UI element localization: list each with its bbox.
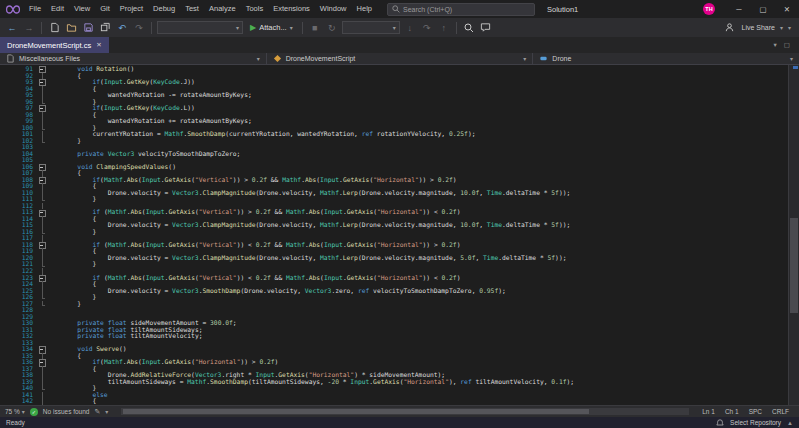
code-text: if (Mathf.Abs(Input.GetAxis("Vertical"))… (47, 242, 460, 249)
navigate-back-icon[interactable]: ← (5, 21, 19, 35)
menu-extensions[interactable]: Extensions (268, 0, 315, 18)
code-text: Drone.velocity = Vector3.ClampMagnitude(… (47, 255, 566, 262)
editor-bottom-bar: 75 % ▾ ✓ No issues found ✎ ▾ Ln 1 Ch 1 S… (0, 405, 799, 417)
code-text: } (47, 261, 96, 268)
comment-icon[interactable] (479, 21, 493, 35)
attach-button[interactable]: ▶ Attach... ▾ (246, 23, 297, 32)
live-share-label[interactable]: Live Share (742, 24, 775, 31)
search-placeholder: Search (Ctrl+Q) (403, 6, 452, 13)
save-icon[interactable] (81, 21, 95, 35)
active-files-icon[interactable]: ▾ (774, 41, 777, 49)
chevron-down-icon[interactable]: ▾ (780, 24, 783, 31)
toolbar-overflow-icon[interactable]: ▾ (788, 24, 791, 31)
chevron-down-icon: ▾ (22, 408, 25, 415)
code-text: Drone.velocity = Vector3.SmoothDamp(Dron… (47, 288, 506, 295)
line-ending-indicator: CRLF (772, 408, 789, 415)
code-text: } (47, 196, 96, 203)
visual-studio-logo (6, 5, 20, 14)
user-avatar[interactable]: TH (703, 3, 715, 15)
chevron-down-icon: ▾ (523, 55, 526, 62)
caret-position-marker (793, 66, 798, 69)
menu-bar: FileEditViewGitProjectDebugTestAnalyzeTo… (24, 0, 377, 18)
navigate-forward-icon[interactable]: → (22, 21, 36, 35)
menu-view[interactable]: View (69, 0, 95, 18)
chevron-down-icon: ▾ (393, 24, 396, 31)
step-over-icon[interactable]: ↷ (420, 21, 434, 35)
type-dropdown[interactable]: DroneMovementScript ▾ (267, 53, 534, 64)
undo-icon[interactable]: ↶ (115, 21, 129, 35)
horizontal-scrollbar[interactable] (121, 408, 689, 415)
configuration-dropdown[interactable]: ▾ (157, 21, 243, 34)
chevron-down-icon: ▾ (236, 24, 239, 31)
chevron-up-icon[interactable]: ▲ (787, 420, 793, 426)
step-out-icon[interactable]: ↑ (437, 21, 451, 35)
menu-test[interactable]: Test (180, 0, 204, 18)
member-dropdown[interactable]: Drone ▾ (533, 53, 799, 64)
menu-edit[interactable]: Edit (46, 0, 69, 18)
code-text: } (47, 229, 96, 236)
maximize-button[interactable]: ▢ (751, 0, 775, 18)
code-line-142[interactable]: 142 { (0, 398, 799, 405)
restart-icon[interactable]: ↻ (325, 21, 339, 35)
redo-icon[interactable]: ↷ (132, 21, 146, 35)
issues-label[interactable]: No issues found (43, 408, 90, 415)
step-into-icon[interactable]: ↓ (403, 21, 417, 35)
code-text: if (Mathf.Abs(Input.GetAxis("Vertical"))… (47, 275, 460, 282)
tab-label: DroneMovementScript.cs (7, 41, 91, 50)
code-text: tiltAmountSideways = Mathf.SmoothDamp(ti… (47, 379, 574, 386)
notifications-icon[interactable] (716, 419, 724, 427)
minimize-button[interactable]: ─ (727, 0, 751, 18)
project-icon (6, 54, 15, 63)
titlebar-right: TH ─ ▢ ✕ (703, 0, 799, 18)
vertical-scrollbar[interactable] (788, 65, 799, 405)
toolbar: ← → ↶ ↷ ▾ ▶ Attach... ▾ ■ ↻ ▾ ↓ ↷ ↑ Live… (0, 18, 799, 37)
issues-status-icon[interactable]: ✓ (30, 408, 38, 416)
toolbar-separator (151, 22, 152, 34)
live-share-icon[interactable] (723, 21, 737, 35)
close-button[interactable]: ✕ (775, 0, 799, 18)
menu-project[interactable]: Project (115, 0, 148, 18)
line-number[interactable]: 142 (0, 398, 38, 405)
play-icon: ▶ (250, 23, 256, 32)
member-label: Drone (552, 55, 571, 62)
window-layout-icon[interactable]: ▢ (784, 41, 790, 49)
class-icon (273, 54, 282, 63)
edit-mode-icon[interactable]: ✎ (94, 408, 100, 416)
select-repository-label[interactable]: Select Repository (730, 419, 781, 426)
find-in-files-icon[interactable] (462, 21, 476, 35)
solution-name[interactable]: Solution1 (547, 5, 578, 14)
menu-help[interactable]: Help (352, 0, 377, 18)
zoom-level: 75 % (5, 408, 20, 415)
horizontal-scrollbar-thumb[interactable] (123, 409, 589, 414)
vertical-scrollbar-thumb[interactable] (790, 218, 798, 313)
chevron-down-icon: ▾ (290, 24, 293, 31)
code-text: if (Mathf.Abs(Input.GetAxis("Vertical"))… (47, 209, 460, 216)
zoom-control[interactable]: 75 % ▾ (5, 408, 25, 415)
chevron-down-icon: ▾ (257, 55, 260, 62)
open-file-icon[interactable] (64, 21, 78, 35)
menu-tools[interactable]: Tools (241, 0, 269, 18)
toolbar-separator (456, 22, 457, 34)
menu-analyze[interactable]: Analyze (204, 0, 241, 18)
menu-file[interactable]: File (24, 0, 46, 18)
menu-git[interactable]: Git (95, 0, 115, 18)
caret-position-group: Ln 1 Ch 1 SPC CRLF (702, 408, 789, 415)
statusbar-right: Select Repository ▲ (716, 419, 793, 427)
new-file-icon[interactable] (47, 21, 61, 35)
search-box[interactable]: Search (Ctrl+Q) (387, 3, 535, 16)
encoding-indicator: SPC (749, 408, 762, 415)
code-text: private Vector3 velocityToSmoothDampToZe… (47, 151, 240, 158)
toolbar-separator (41, 22, 42, 34)
code-lines: 91 void Rotation()92 {93 if(Input.GetKey… (0, 65, 799, 405)
stop-icon[interactable]: ■ (308, 21, 322, 35)
code-text: currentYRotation = Mathf.SmoothDamp(curr… (47, 131, 475, 138)
save-all-icon[interactable] (98, 21, 112, 35)
menu-window[interactable]: Window (315, 0, 352, 18)
code-editor[interactable]: 91 void Rotation()92 {93 if(Input.GetKey… (0, 65, 799, 405)
debug-target-dropdown[interactable]: ▾ (342, 21, 400, 34)
tab-dronemovementscript[interactable]: DroneMovementScript.cs ✕ (0, 37, 109, 53)
close-tab-icon[interactable]: ✕ (96, 41, 101, 49)
menu-debug[interactable]: Debug (148, 0, 180, 18)
chevron-down-icon[interactable]: ▾ (105, 408, 108, 415)
project-dropdown[interactable]: Miscellaneous Files ▾ (0, 53, 267, 64)
